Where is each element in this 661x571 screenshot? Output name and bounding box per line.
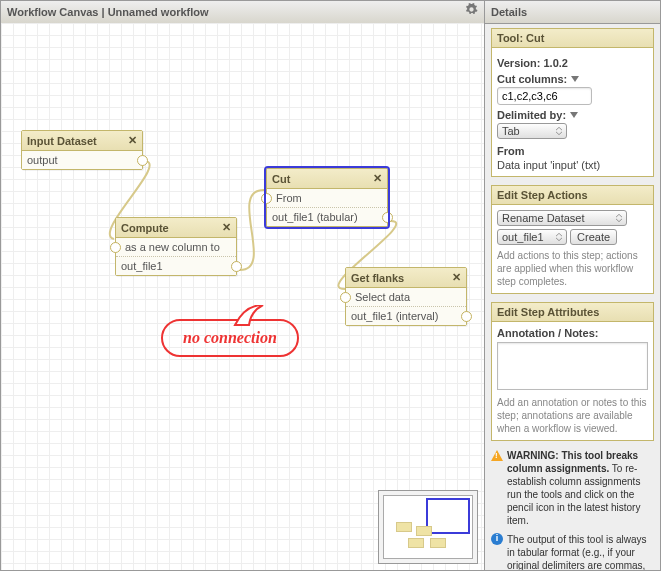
row-label: as a new column to — [121, 241, 231, 253]
warning-note: WARNING: This tool breaks column assignm… — [491, 449, 654, 527]
annotation-hint: Add an annotation or notes to this step;… — [497, 396, 648, 435]
cut-columns-input[interactable] — [497, 87, 592, 105]
action-target-select[interactable]: out_file1 — [497, 229, 567, 245]
cut-columns-label: Cut columns: — [497, 73, 648, 85]
info-text: The output of this tool is always in tab… — [507, 533, 654, 570]
from-label: From — [497, 145, 648, 157]
annotation-textarea[interactable] — [497, 342, 648, 390]
actions-hint: Add actions to this step; actions are ap… — [497, 249, 648, 288]
node-cut[interactable]: Cut ✕ From out_file1 (tabular) — [266, 168, 388, 227]
close-icon[interactable]: ✕ — [128, 134, 137, 147]
annotation-text: no connection — [183, 329, 277, 346]
node-title: Input Dataset — [27, 135, 97, 147]
node-title: Cut — [272, 173, 290, 185]
row-label: out_file1 (interval) — [351, 310, 438, 322]
from-value: Data input 'input' (txt) — [497, 159, 648, 171]
close-icon[interactable]: ✕ — [222, 221, 231, 234]
warning-icon — [491, 449, 503, 461]
node-output-row: out_file1 — [116, 257, 236, 275]
canvas-header: Workflow Canvas | Unnamed workflow — [1, 1, 484, 24]
create-button[interactable]: Create — [570, 229, 617, 245]
workflow-canvas-pane: Workflow Canvas | Unnamed workflow Input… — [1, 1, 485, 570]
actions-panel: Edit Step Actions Rename Dataset out_fil… — [491, 185, 654, 294]
node-output-row: out_file1 (interval) — [346, 307, 466, 325]
minimap-inner — [383, 495, 473, 559]
speech-tail — [233, 305, 267, 327]
minimap-node — [396, 522, 412, 532]
delimited-by-label: Delimited by: — [497, 109, 648, 121]
details-pane: Details Tool: Cut Version: 1.0.2 Cut col… — [485, 1, 660, 570]
node-title: Get flanks — [351, 272, 404, 284]
delimiter-select[interactable]: Tab — [497, 123, 567, 139]
canvas-title: Workflow Canvas | Unnamed workflow — [7, 1, 209, 23]
chevron-down-icon[interactable] — [570, 112, 578, 118]
info-note: i The output of this tool is always in t… — [491, 533, 654, 570]
close-icon[interactable]: ✕ — [373, 172, 382, 185]
attributes-panel-head: Edit Step Attributes — [492, 303, 653, 322]
actions-panel-head: Edit Step Actions — [492, 186, 653, 205]
input-port[interactable] — [340, 292, 351, 303]
info-icon: i — [491, 533, 503, 545]
input-port[interactable] — [110, 242, 121, 253]
node-input-row: From — [267, 189, 387, 208]
node-header[interactable]: Get flanks ✕ — [346, 268, 466, 288]
row-label: output — [27, 154, 58, 166]
node-output-row: out_file1 (tabular) — [267, 208, 387, 226]
minimap-node — [408, 538, 424, 548]
output-port[interactable] — [231, 261, 242, 272]
row-label: From — [272, 192, 382, 204]
close-icon[interactable]: ✕ — [452, 271, 461, 284]
attributes-panel: Edit Step Attributes Annotation / Notes:… — [491, 302, 654, 441]
node-header[interactable]: Input Dataset ✕ — [22, 131, 142, 151]
node-output-row: output — [22, 151, 142, 169]
node-header[interactable]: Compute ✕ — [116, 218, 236, 238]
details-header: Details — [485, 1, 660, 24]
node-input-row: as a new column to — [116, 238, 236, 257]
minimap-node — [416, 526, 432, 536]
node-title: Compute — [121, 222, 169, 234]
annotation-bubble: no connection — [161, 319, 299, 357]
action-type-select[interactable]: Rename Dataset — [497, 210, 627, 226]
canvas-grid[interactable]: Input Dataset ✕ output Compute ✕ as a ne… — [1, 23, 484, 570]
node-input-row: Select data — [346, 288, 466, 307]
version-label: Version: 1.0.2 — [497, 57, 648, 69]
output-port[interactable] — [382, 212, 393, 223]
output-port[interactable] — [137, 155, 148, 166]
row-label: out_file1 — [121, 260, 163, 272]
row-label: out_file1 (tabular) — [272, 211, 358, 223]
chevron-down-icon[interactable] — [571, 76, 579, 82]
node-compute[interactable]: Compute ✕ as a new column to out_file1 — [115, 217, 237, 276]
minimap-viewport[interactable] — [426, 498, 470, 534]
tool-panel: Tool: Cut Version: 1.0.2 Cut columns: De… — [491, 28, 654, 177]
node-header[interactable]: Cut ✕ — [267, 169, 387, 189]
minimap-node — [430, 538, 446, 548]
node-input-dataset[interactable]: Input Dataset ✕ output — [21, 130, 143, 170]
node-get-flanks[interactable]: Get flanks ✕ Select data out_file1 (inte… — [345, 267, 467, 326]
output-port[interactable] — [461, 311, 472, 322]
annotation-label: Annotation / Notes: — [497, 327, 648, 339]
gear-icon[interactable] — [465, 1, 478, 23]
row-label: Select data — [351, 291, 461, 303]
tool-panel-head: Tool: Cut — [492, 29, 653, 48]
details-title: Details — [491, 1, 527, 23]
minimap[interactable] — [378, 490, 478, 564]
input-port[interactable] — [261, 193, 272, 204]
